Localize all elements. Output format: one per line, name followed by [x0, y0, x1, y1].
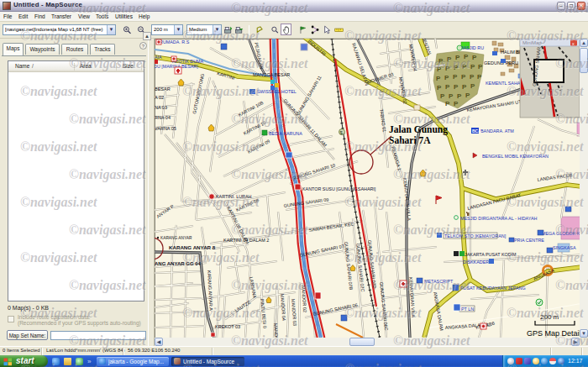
svg-text:P: P: [444, 74, 449, 81]
svg-text:KANTOR SUSU [GUNUNGSAHARI]: KANTOR SUSU [GUNUNGSAHARI]: [302, 186, 376, 191]
svg-text:P: P: [453, 73, 458, 81]
svg-text:PT LN: PT LN: [461, 307, 474, 312]
svg-text:P: P: [477, 73, 482, 81]
svg-text:VARNA 05: VARNA 05: [155, 126, 176, 131]
svg-text:P: P: [470, 82, 475, 90]
svg-text:P: P: [445, 100, 450, 107]
svg-text:P: P: [457, 92, 462, 100]
svg-text:P: P: [478, 63, 483, 71]
svg-text:MESJID DIRGANTARA AL - HIDAYAH: MESJID DIRGANTARA AL - HIDAYAH: [460, 216, 538, 221]
svg-text:KARANG ANYAR 8: KARANG ANYAR 8: [169, 244, 216, 250]
svg-text:BESAR: BESAR: [155, 87, 171, 92]
svg-text:NA 03: NA 03: [155, 105, 167, 110]
svg-text:P: P: [470, 73, 475, 81]
svg-text:P: P: [445, 83, 450, 91]
svg-text:PRIA CENTRE: PRIA CENTRE: [514, 238, 544, 243]
svg-text:P: P: [437, 84, 442, 92]
svg-text:BANDARA. ATM: BANDARA. ATM: [480, 128, 514, 134]
svg-text:P: P: [454, 83, 459, 91]
svg-text:P: P: [454, 100, 459, 107]
svg-text:P: P: [461, 73, 466, 81]
svg-text:KREKOT 03: KREKOT 03: [215, 324, 240, 329]
svg-text:P: P: [462, 83, 467, 91]
svg-text:P: P: [472, 54, 477, 61]
svg-text:DISKKADER: DISKKADER: [463, 260, 489, 265]
svg-text:KARTINI 04 DALAM 2: KARTINI 04 DALAM 2: [223, 238, 269, 243]
svg-text:BCA: BCA: [472, 128, 481, 134]
svg-text:A 02: A 02: [155, 95, 164, 100]
svg-text:P: P: [470, 63, 475, 71]
svg-text:P: P: [436, 75, 441, 82]
svg-text:RNA 04: RNA 04: [155, 115, 171, 120]
svg-text:P: P: [440, 92, 445, 100]
svg-text:P: P: [465, 92, 470, 99]
svg-text:P: P: [449, 92, 454, 100]
svg-text:BEDIA KARUNA: BEDIA KARUNA: [269, 131, 302, 136]
svg-text:MASJID RU: MASJID RU: [459, 45, 484, 50]
svg-text:MANGGA BESAR: MANGGA BESAR: [253, 72, 290, 77]
svg-text:KARANG ANYAR: KARANG ANYAR: [160, 236, 192, 240]
svg-text:AIA: AIA: [155, 55, 162, 60]
svg-text:SWISSBEL HOTEL: SWISSBEL HOTEL: [257, 89, 297, 94]
